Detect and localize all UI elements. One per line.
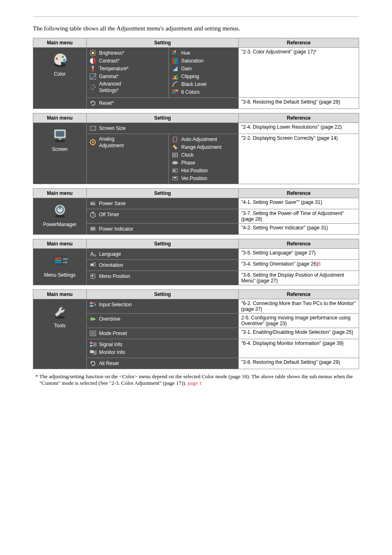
item-label: Auto Adjustment	[181, 136, 217, 143]
svg-marker-93	[94, 318, 96, 320]
svg-rect-25	[172, 51, 174, 52]
item-label: Ver.Position	[181, 175, 207, 182]
svg-text:123: 123	[63, 261, 67, 264]
svg-point-51	[92, 141, 94, 143]
item-label: Gain	[181, 65, 191, 72]
svg-text:あ: あ	[94, 254, 97, 257]
allreset-icon	[89, 360, 97, 367]
item-label: Clock	[181, 152, 194, 158]
svg-rect-38	[172, 90, 174, 91]
item-label: Language	[99, 251, 121, 257]
gain-icon	[171, 65, 179, 72]
item-label: Signal Info	[99, 341, 122, 348]
item-label: Black Level	[181, 81, 206, 88]
item-label: Contrast*	[99, 58, 120, 64]
svg-point-3	[62, 56, 64, 58]
rangeadjust-icon	[171, 143, 179, 151]
item-label: Temperature*	[99, 65, 129, 72]
analogadjust-icon	[89, 139, 97, 146]
brightness-icon	[89, 49, 97, 57]
category-label: Color	[36, 71, 84, 77]
category-label: Tools	[36, 323, 84, 328]
svg-rect-52	[173, 137, 177, 142]
svg-point-24	[92, 88, 94, 90]
menusettings-category-icon: ABC123	[51, 252, 69, 270]
offtimer-icon	[89, 211, 97, 218]
hdr-ref: Reference	[239, 239, 359, 249]
item-label: Overdrive	[99, 316, 120, 322]
svg-rect-30	[175, 58, 176, 64]
hue-icon	[171, 49, 179, 57]
screen-category-icon	[51, 127, 69, 144]
ref-cell: "2-3. Color Adjustment" (page 17)*	[239, 48, 359, 98]
autoadjust-icon	[171, 136, 179, 143]
item-label: Gamma*	[99, 73, 118, 80]
svg-rect-29	[173, 58, 174, 64]
svg-point-88	[55, 316, 65, 319]
svg-rect-62	[173, 170, 175, 171]
ref-cell: "4-2. Setting Power Indicator" (page 31)	[239, 224, 359, 235]
item-label: All Reset	[99, 360, 119, 367]
powerindicator-icon	[89, 225, 97, 233]
svg-rect-68	[59, 206, 61, 209]
ref-cell: "3-6. Setting the Display Position of Ad…	[239, 271, 359, 285]
svg-marker-91	[95, 304, 96, 305]
ref-cell: "2-2. Displaying Screen Correctly" (page…	[239, 134, 359, 184]
hdr-main: Main menu	[33, 113, 87, 123]
svg-rect-95	[90, 342, 92, 344]
page-link[interactable]: 6	[318, 261, 321, 267]
intro-text: The following table shows all the Adjust…	[33, 25, 359, 32]
svg-line-10	[90, 51, 91, 51]
item-label: Power Save	[99, 200, 126, 207]
svg-rect-19	[90, 85, 92, 86]
svg-rect-100	[90, 350, 94, 353]
blacklevel-icon	[171, 81, 179, 88]
phase-icon	[171, 159, 179, 166]
svg-rect-42	[174, 92, 176, 93]
table-color: Main menuSettingReference Color Brightne…	[33, 38, 359, 109]
hdr-ref: Reference	[239, 38, 359, 48]
svg-rect-34	[175, 76, 176, 79]
ref-cell: "3-8. Restoring the Default Setting" (pa…	[239, 98, 359, 109]
clock-icon	[171, 151, 179, 159]
svg-rect-20	[90, 87, 92, 88]
table-menusettings: Main menuSettingReference ABC123 Menu Se…	[33, 239, 359, 285]
svg-rect-80	[55, 262, 61, 264]
menuposition-icon	[89, 273, 97, 280]
svg-point-76	[94, 229, 95, 230]
monitorinfo-icon	[89, 349, 97, 356]
svg-point-23	[95, 86, 96, 88]
svg-rect-90	[90, 305, 92, 307]
category-label: PowerManager	[36, 222, 84, 227]
svg-rect-27	[172, 53, 174, 54]
item-label: Saturation	[181, 58, 204, 64]
item-label: Orientation	[99, 262, 123, 268]
page-link[interactable]: page 1	[188, 380, 202, 386]
svg-rect-33	[173, 77, 174, 79]
svg-line-13	[90, 55, 91, 56]
svg-marker-55	[173, 145, 175, 148]
item-label: Phase	[181, 160, 195, 166]
svg-rect-78	[55, 257, 61, 259]
table-power: Main menuSettingReference PowerManager P…	[33, 188, 359, 235]
overdrive-icon	[89, 315, 97, 323]
item-label: Hor.Position	[181, 167, 208, 174]
gamma-icon	[89, 73, 97, 80]
svg-rect-96	[90, 345, 92, 347]
svg-rect-17	[92, 67, 93, 70]
saturation-icon	[171, 57, 179, 65]
modepreset-icon	[89, 330, 97, 337]
svg-rect-89	[90, 302, 92, 304]
svg-rect-43	[176, 92, 178, 93]
svg-point-45	[55, 140, 65, 143]
hdr-main: Main menu	[33, 290, 87, 299]
item-label: Analog Adjustment	[99, 136, 124, 149]
ref-cell: "3-8. Restoring the Default Setting" (pa…	[239, 358, 359, 369]
svg-marker-56	[175, 146, 178, 150]
svg-point-60	[172, 161, 178, 164]
powersave-icon	[89, 200, 97, 207]
item-label: Advanced Settings*	[99, 81, 121, 94]
power-category-icon	[51, 202, 69, 219]
hdr-main: Main menu	[33, 189, 87, 198]
reset-icon	[89, 99, 97, 107]
